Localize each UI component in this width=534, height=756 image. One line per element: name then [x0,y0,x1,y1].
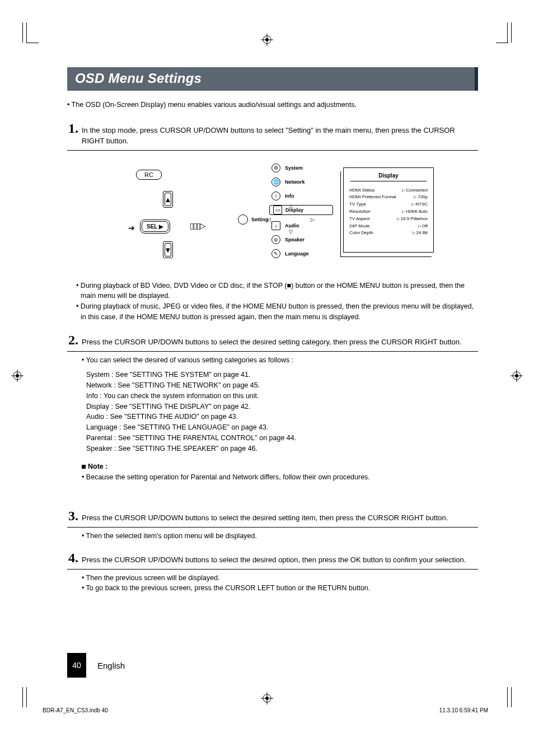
display-icon: ▭ [273,206,282,214]
panel-title: Display [350,172,427,181]
step-1: 1. In the stop mode, press CURSOR UP/DOW… [67,121,478,151]
triangle-left-icon: ◁ [267,217,271,222]
step-number: 2. [68,333,78,348]
note-b: • During playback of music, JPEG or vide… [69,301,478,323]
intro-bullet: • The OSD (On-Screen Display) menu enabl… [67,101,478,109]
language-icon: ✎ [271,249,280,258]
osd-menu-column: ⚙System 🌐Network iInfo ▭Display ♪Audio ⊚… [271,163,333,263]
panel-key: HDMI Preferred Format [349,194,396,201]
setting-root-icon: Setting [238,214,269,225]
ref-network: Network : See "SETTING THE NETWORK" on p… [86,380,478,391]
step-text: In the stop mode, press CURSOR UP/DOWN b… [82,125,478,147]
language-label: English [97,661,125,670]
step-text: Press the CURSOR UP/DOWN buttons to sele… [82,513,448,524]
menu-audio: Audio [285,223,299,228]
note-label: Note : [82,461,478,472]
step-number: 4. [68,550,78,566]
step-2: 2. Press the CURSOR UP/DOWN buttons to s… [67,333,478,483]
audio-icon: ♪ [271,221,280,230]
panel-val: Connected [402,187,428,194]
system-icon: ⚙ [271,164,280,172]
panel-key: Resolution [349,208,371,216]
print-timestamp: 11.3.10 6:59:41 PM [439,707,488,713]
panel-val: Off [418,223,428,230]
menu-speaker: Speaker [285,237,305,242]
sel-button-icon: SEL ▶ [142,221,168,232]
rc-label: RC [136,170,162,180]
cursor-up-button-icon: ▲ [163,191,173,208]
note-a: • During playback of BD Video, DVD Video… [69,281,478,302]
square-bullet-icon [82,465,86,469]
arrow-right-icon: ➔ [128,223,135,232]
panel-key: TV Aspect [349,216,369,223]
lcd-icon: ▯▯▯▷ [190,221,205,230]
ref-display: Display : See "SETTING THE DISPLAY" on p… [86,402,478,412]
panel-val: HDMI Auto [402,208,428,216]
speaker-icon: ⊚ [271,235,280,244]
post-figure-notes: • During playback of BD Video, DVD Video… [67,281,478,323]
source-file: BDR-A7_EN_CS3.indb 40 [43,707,108,713]
panel-val: 16:9 Pillarbox [397,216,428,223]
step-number: 1. [68,121,78,136]
menu-display: Display [285,207,303,213]
step4-sub-b: • To go back to the previous screen, pre… [82,583,478,594]
step3-sub: • Then the selected item's option menu w… [82,531,478,542]
step4-sub-a: • Then the previous screen will be displ… [82,573,478,584]
step-text: Press the CURSOR UP/DOWN buttons to sele… [82,555,466,566]
menu-language: Language [285,251,309,256]
menu-network: Network [285,179,305,185]
registration-mark-icon [261,34,273,46]
crop-mark [22,687,27,709]
note-text: • Because the setting operation for Pare… [82,472,478,483]
registration-mark-icon [11,370,24,382]
ref-system: System : See "SETTING THE SYSTEM" on pag… [86,370,478,380]
step2-sub: • You can select the desired of various … [82,355,478,366]
page-number: 40 [67,653,86,678]
panel-key: HDMI Status [349,187,374,194]
panel-key: Color Depth [349,230,373,237]
step-number: 3. [68,508,78,524]
crop-mark [507,687,512,709]
registration-mark-icon [261,692,273,704]
panel-val: NTSC [411,201,428,208]
panel-key: TV Type [349,201,366,208]
step-text: Press the CURSOR UP/DOWN buttons to sele… [82,337,462,348]
page-footer: 40 English [67,653,125,678]
panel-val: 720p [414,194,428,201]
ref-speaker: Speaker : See "SETTING THE SPEAKER" on p… [86,444,478,454]
menu-info: Info [285,193,294,199]
ref-parental: Parental : See "SETTING THE PARENTAL CON… [86,433,478,444]
section-title: OSD Menu Settings [75,71,202,86]
ref-language: Language : See "SETTING THE LANGUAGE" on… [86,422,478,433]
step-3: 3. Press the CURSOR UP/DOWN buttons to s… [67,508,478,542]
cursor-down-button-icon: ▼ [163,241,173,258]
section-title-bar: OSD Menu Settings [67,67,478,91]
panel-key: 24P Mode [349,223,369,230]
panel-val: 24 Bit [413,230,428,237]
menu-system: System [285,165,303,171]
step-4: 4. Press the CURSOR UP/DOWN buttons to s… [67,550,478,594]
info-icon: i [271,192,280,200]
ref-info: Info : You can check the system informat… [86,391,478,402]
network-icon: 🌐 [271,178,280,186]
ref-audio: Audio : See "SETTING THE AUDIO" on page … [86,412,478,422]
display-settings-panel: Display HDMI StatusConnected HDMI Prefer… [343,167,434,253]
print-meta: BDR-A7_EN_CS3.indb 40 11.3.10 6:59:41 PM [43,707,488,713]
instruction-figure: RC ▲ ▼ ➔ SEL ▶ ▯▯▯▷ Setting ◁ ▷ △ ▽ ⚙Sys… [67,161,478,273]
registration-mark-icon [510,370,523,382]
crop-mark [496,22,512,44]
crop-mark [22,22,39,44]
